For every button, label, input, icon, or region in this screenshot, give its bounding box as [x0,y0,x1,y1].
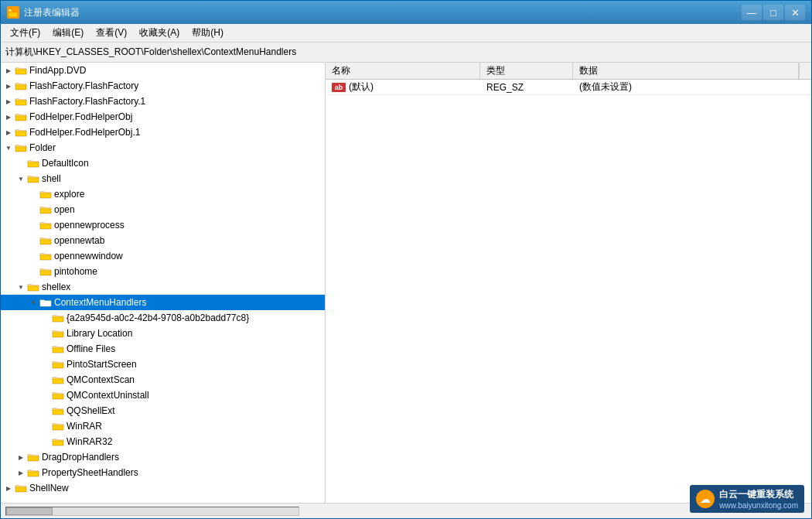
expander-open[interactable] [27,203,39,216]
tree-node-qmcontextscan[interactable]: QMContextScan [1,372,325,388]
tree-node-fodhelper1[interactable]: FodHelper.FodHelperObj [1,109,325,125]
tree-node-opennewtab[interactable]: opennewtab [1,233,325,248]
tree-node-guid[interactable]: {a2a9545d-a0c2-42b4-9708-a0b2badd77c8} [1,310,325,326]
tree-node-contextmenuhandlers[interactable]: ContextMenuHandlers [1,295,325,310]
expander-libraryloc[interactable] [39,327,52,340]
tree-node-folder[interactable]: Folder [1,140,325,155]
tree-node-propertysheethandlers[interactable]: PropertySheetHandlers [1,465,325,480]
tree-node-defaulticon[interactable]: DefaultIcon [1,155,325,171]
tree-node-flashfactory2[interactable]: FlashFactory.FlashFactory.1 [1,94,325,109]
watermark-logo: ☁ [696,490,715,508]
close-button[interactable]: ✕ [785,5,805,20]
folder-icon-fodhelper1 [15,111,27,122]
expander-shellex[interactable] [15,281,27,293]
table-cell-name: ab(默认) [326,80,480,94]
menu-item-help[interactable]: 帮助(H) [186,25,230,41]
maximize-button[interactable]: □ [763,5,783,20]
col-header-name[interactable]: 名称 [326,63,480,79]
folder-icon-pintostartscreen [52,359,64,370]
node-label-propertysheethandlers: PropertySheetHandlers [42,467,138,478]
col-header-type[interactable]: 类型 [480,63,573,79]
table-body[interactable]: ab(默认)REG_SZ(数值未设置) [326,80,811,503]
tree-node-pintohome[interactable]: pintohome [1,264,325,279]
node-label-contextmenuhandlers: ContextMenuHandlers [54,297,146,308]
expander-pintohome[interactable] [27,265,39,278]
tree-node-shellnew[interactable]: ShellNew [1,480,325,496]
folder-icon-shellnew [15,483,27,493]
expander-qmcontextuninstall[interactable] [39,389,52,401]
expander-defaulticon[interactable] [15,157,27,169]
tree-node-flashfactory1[interactable]: FlashFactory.FlashFactory [1,78,325,94]
tree-node-explore[interactable]: explore [1,186,325,202]
menu-item-file[interactable]: 文件(F) [4,25,46,41]
tree-node-libraryloc[interactable]: Library Location [1,326,325,341]
expander-explore[interactable] [27,188,39,200]
expander-flashfactory2[interactable] [2,95,15,108]
minimize-button[interactable]: — [742,5,762,20]
tree-node-open[interactable]: open [1,202,325,217]
tree-node-pintostartscreen[interactable]: PintoStartScreen [1,357,325,372]
expander-shell[interactable] [15,172,27,185]
menu-item-edit[interactable]: 编辑(E) [46,25,90,41]
node-label-defaulticon: DefaultIcon [42,158,89,169]
watermark: ☁ 白云一键重装系统 www.baiyunxitong.com [690,485,804,513]
node-label-explore: explore [54,189,84,200]
expander-opennewprocess[interactable] [27,219,39,231]
table-header: 名称 类型 数据 [326,63,811,80]
cell-name-text: (默认) [349,80,374,94]
expander-dragdrophandlers[interactable] [15,451,27,463]
node-label-shellnew: ShellNew [29,483,69,493]
tree-node-fodhelper2[interactable]: FodHelper.FodHelperObj.1 [1,125,325,140]
expander-opennewwindow[interactable] [27,250,39,262]
expander-fodhelper2[interactable] [2,126,15,138]
svg-rect-2 [9,9,11,11]
tree-node-shellex[interactable]: shellex [1,279,325,295]
table-row[interactable]: ab(默认)REG_SZ(数值未设置) [326,80,811,95]
tree-node-shell[interactable]: shell [1,171,325,186]
expander-folder[interactable] [2,142,15,154]
expander-qqshellext[interactable] [39,405,52,417]
menu-item-view[interactable]: 查看(V) [90,25,133,41]
tree-node-findapp[interactable]: FindApp.DVD [1,63,325,78]
node-label-opennewprocess: opennewprocess [54,220,125,230]
tree-node-qqshellext[interactable]: QQShellExt [1,403,325,418]
folder-icon-qmcontextuninstall [52,390,64,401]
folder-icon-offlinefiles [52,343,64,354]
horizontal-scrollbar[interactable] [5,507,299,516]
app-icon [7,6,19,19]
tree-node-opennewwindow[interactable]: opennewwindow [1,248,325,264]
tree-node-opennewprocess[interactable]: opennewprocess [1,217,325,233]
node-label-fodhelper2: FodHelper.FodHelperObj.1 [29,127,140,138]
tree-node-winrar[interactable]: WinRAR [1,418,325,434]
folder-icon-libraryloc [52,328,64,339]
expander-pintostartscreen[interactable] [39,358,52,370]
expander-fodhelper1[interactable] [2,111,15,123]
expander-guid[interactable] [39,312,52,324]
expander-findapp[interactable] [2,64,15,77]
tree-node-winrar32[interactable]: WinRAR32 [1,434,325,449]
scrollbar-spacer [799,63,811,79]
expander-propertysheethandlers[interactable] [15,466,27,479]
node-label-findapp: FindApp.DVD [29,65,86,76]
expander-qmcontextscan[interactable] [39,374,52,386]
menu-item-favorites[interactable]: 收藏夹(A) [133,25,186,41]
folder-icon-qqshellext [52,405,64,416]
folder-icon-winrar [52,421,64,432]
app-window: 注册表编辑器 — □ ✕ 文件(F)编辑(E)查看(V)收藏夹(A)帮助(H) … [0,0,812,519]
tree-node-offlinefiles[interactable]: Offline Files [1,341,325,357]
scrollbar-thumb-h [6,507,53,515]
tree-node-dragdrophandlers[interactable]: DragDropHandlers [1,449,325,465]
expander-offlinefiles[interactable] [39,343,52,355]
tree-panel[interactable]: FindApp.DVD FlashFactory.FlashFactory Fl… [1,63,326,503]
expander-opennewtab[interactable] [27,234,39,247]
address-path: 计算机\HKEY_CLASSES_ROOT\Folder\shellex\Con… [5,46,296,59]
expander-shellnew[interactable] [2,482,15,494]
expander-winrar[interactable] [39,420,52,432]
expander-winrar32[interactable] [39,435,52,448]
expander-contextmenuhandlers[interactable] [27,296,39,309]
node-label-qqshellext: QQShellExt [67,405,115,416]
expander-flashfactory1[interactable] [2,80,15,92]
col-header-data[interactable]: 数据 [573,63,799,79]
tree-node-qmcontextuninstall[interactable]: QMContextUninstall [1,388,325,403]
folder-icon-dragdrophandlers [27,452,39,463]
